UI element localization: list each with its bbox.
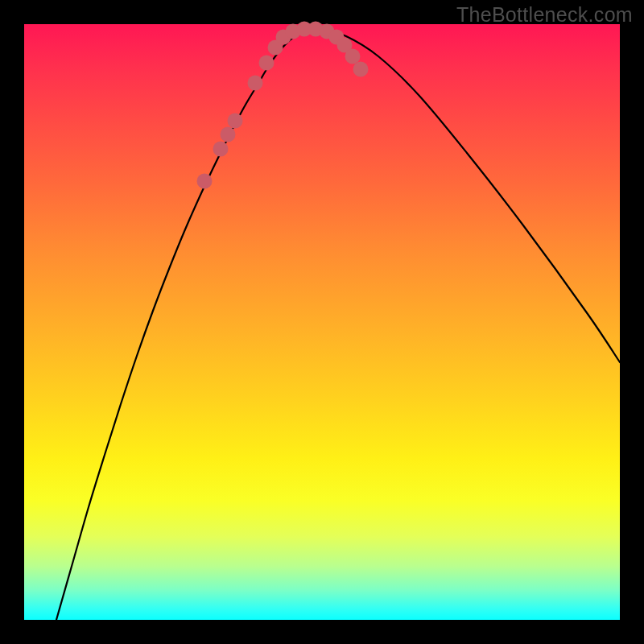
curve-marker bbox=[197, 174, 213, 189]
chart-frame: TheBottleneck.com bbox=[0, 0, 644, 644]
plot-area bbox=[24, 24, 620, 620]
curve-marker bbox=[345, 49, 361, 64]
curve-marker bbox=[259, 56, 275, 71]
curve-marker bbox=[228, 114, 243, 129]
curve-svg bbox=[24, 24, 620, 620]
watermark-text: TheBottleneck.com bbox=[456, 3, 633, 27]
curve-markers bbox=[197, 22, 369, 189]
curve-marker bbox=[248, 76, 263, 91]
curve-marker bbox=[221, 127, 236, 142]
curve-marker bbox=[353, 62, 369, 77]
curve-marker bbox=[213, 142, 229, 157]
bottleneck-curve bbox=[56, 30, 620, 620]
